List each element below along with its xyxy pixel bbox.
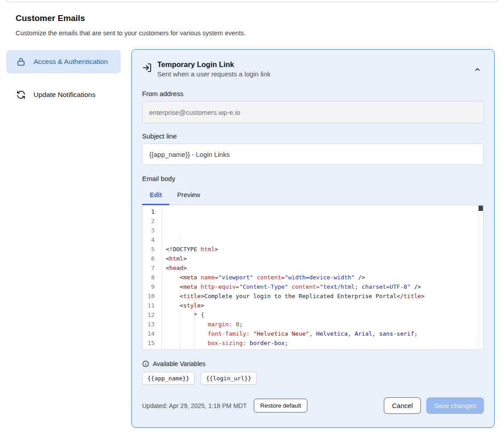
temporary-login-link-panel: Temporary Login Link Sent when a user re… bbox=[131, 49, 495, 428]
from-address-label: From address bbox=[142, 90, 484, 97]
subject-line-input[interactable] bbox=[142, 143, 484, 165]
code-line: <title>Complete your login to the Replic… bbox=[166, 291, 477, 301]
code-line: box-sizing: border-box; bbox=[166, 338, 477, 348]
code-editor[interactable]: 12345678910111213141516 <!DOCTYPE html><… bbox=[142, 205, 484, 350]
code-line: font-family: "Helvetica Neue", Helvetica… bbox=[166, 329, 477, 338]
line-number-gutter: 12345678910111213141516 bbox=[143, 205, 162, 350]
save-changes-button[interactable]: Save changes bbox=[426, 397, 484, 414]
line-number: 6 bbox=[143, 254, 161, 263]
line-number: 9 bbox=[143, 282, 161, 291]
line-number: 8 bbox=[143, 273, 161, 282]
lock-icon bbox=[16, 57, 26, 67]
line-number: 5 bbox=[143, 244, 161, 254]
line-number: 3 bbox=[143, 226, 161, 235]
line-number: 10 bbox=[143, 291, 161, 301]
scrollbar-thumb[interactable] bbox=[479, 206, 483, 211]
available-variables-label: Available Variables bbox=[153, 360, 206, 367]
collapse-button[interactable] bbox=[471, 63, 484, 76]
line-number: 14 bbox=[143, 329, 161, 338]
line-number: 16 bbox=[143, 348, 161, 350]
line-number: 7 bbox=[143, 263, 161, 273]
from-address-input bbox=[142, 101, 484, 123]
log-in-icon bbox=[142, 63, 152, 73]
code-line: <meta http-equiv="Content-Type" content=… bbox=[166, 282, 477, 291]
page-title: Customer Emails bbox=[16, 13, 85, 23]
editor-scrollbar[interactable] bbox=[478, 206, 483, 349]
sidebar-item-update-notifications[interactable]: Update Notifications bbox=[6, 84, 121, 105]
email-body-tabs: Edit Preview bbox=[142, 187, 484, 205]
panel-footer: Updated: Apr 29, 2025, 1:18 PM MDT Resto… bbox=[142, 397, 484, 414]
code-area[interactable]: <!DOCTYPE html><html><head> <meta name="… bbox=[162, 205, 483, 350]
variable-chips: {{app_name}} {{login_url}} bbox=[142, 372, 484, 385]
code-line: <html> bbox=[166, 254, 477, 263]
panel-subtitle: Sent when a user requests a login link bbox=[157, 70, 270, 78]
sidebar-item-label: Access & Authentication bbox=[34, 56, 108, 67]
restore-default-button[interactable]: Restore default bbox=[254, 399, 307, 413]
panel-header: Temporary Login Link Sent when a user re… bbox=[142, 60, 484, 78]
variable-chip-app-name[interactable]: {{app_name}} bbox=[142, 372, 195, 385]
line-number: 2 bbox=[143, 216, 161, 226]
code-line: * { bbox=[166, 310, 477, 320]
line-number: 4 bbox=[143, 235, 161, 244]
code-line: <style> bbox=[166, 301, 477, 310]
code-line: margin: 0; bbox=[166, 320, 477, 329]
line-number: 11 bbox=[143, 301, 161, 310]
variable-chip-login-url[interactable]: {{login_url}} bbox=[201, 372, 257, 385]
email-types-sidebar: Access & Authentication Update Notificat… bbox=[6, 50, 121, 105]
line-number: 15 bbox=[143, 338, 161, 348]
tab-preview[interactable]: Preview bbox=[169, 187, 208, 205]
code-line: <meta name="viewport" content="width=dev… bbox=[166, 273, 477, 282]
info-icon bbox=[142, 360, 149, 367]
refresh-icon bbox=[16, 90, 26, 100]
line-number: 13 bbox=[143, 320, 161, 329]
code-line: <!DOCTYPE html> bbox=[166, 244, 477, 254]
updated-timestamp: Updated: Apr 29, 2025, 1:18 PM MDT bbox=[142, 402, 247, 409]
previous-card-edge bbox=[4, 0, 500, 2]
sidebar-item-label: Update Notifications bbox=[34, 89, 96, 100]
line-number: 1 bbox=[143, 207, 161, 216]
chevron-up-icon bbox=[474, 66, 481, 73]
tab-edit[interactable]: Edit bbox=[142, 187, 169, 205]
email-body-label: Email body bbox=[142, 175, 484, 182]
code-line: font-size: 14px; bbox=[166, 348, 477, 350]
panel-title: Temporary Login Link bbox=[157, 60, 270, 69]
code-line: <head> bbox=[166, 263, 477, 273]
sidebar-item-access-authentication[interactable]: Access & Authentication bbox=[6, 50, 121, 73]
line-number: 12 bbox=[143, 310, 161, 320]
page-subtitle: Customize the emails that are sent to yo… bbox=[16, 29, 246, 37]
subject-line-label: Subject line bbox=[142, 132, 484, 140]
cancel-button[interactable]: Cancel bbox=[384, 397, 421, 414]
